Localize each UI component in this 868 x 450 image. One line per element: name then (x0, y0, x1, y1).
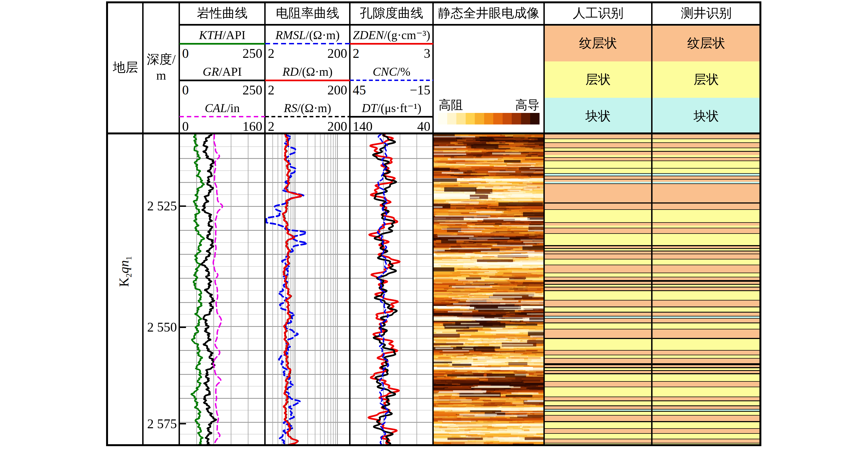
legend-label-massive-manual: 块状 (544, 98, 652, 134)
stripe-band (652, 439, 761, 443)
legend-label-layered-manual: 层状 (544, 61, 652, 98)
curve-unit: /API (223, 28, 246, 42)
stripe-band (652, 434, 761, 439)
image-colorbar-left-label: 高阻 (439, 97, 463, 113)
stripe-band (544, 313, 652, 316)
stripe-band (544, 307, 652, 312)
stripe-band (652, 429, 761, 433)
track-title-resistivity: 电阻率曲线 (265, 2, 350, 24)
legend-label-laminated-log: 纹层状 (652, 25, 761, 61)
curve-unit: /(Ω·m) (299, 65, 333, 78)
curve-name: CAL (205, 101, 227, 115)
stripe-band (652, 339, 761, 350)
curve-scale-max-RMSL: 200 (265, 46, 347, 61)
formation-column-header: 地层 (108, 2, 143, 133)
stripe-band (544, 168, 652, 173)
stripe-band (544, 176, 652, 179)
curve-unit: /(μs·ft⁻¹) (377, 101, 421, 115)
depth-label-2550: 2 550 (122, 319, 177, 335)
curve-scale-max-GR: 250 (179, 82, 262, 97)
curve-name: RMSL (275, 28, 306, 42)
curve-label-GR: GR/API (179, 64, 265, 80)
stripe-band (544, 134, 652, 138)
stripe-band (544, 401, 652, 406)
track-grid-canvas-0 (179, 134, 265, 446)
curve-unit: /in (227, 101, 240, 115)
curve-scale-max-DT: 40 (350, 119, 430, 134)
stripe-band (544, 319, 652, 323)
legend-label-massive-log: 块状 (652, 98, 761, 134)
stripe-band (652, 387, 761, 396)
stripe-band (652, 254, 761, 259)
depth-tick-2525 (180, 205, 186, 207)
stripe-band (544, 259, 652, 265)
stripe-column-log (652, 134, 761, 446)
curve-name: RS (284, 101, 297, 115)
stripe-band (544, 359, 652, 363)
table-border-bottom (106, 444, 762, 446)
stripe-band (544, 323, 652, 329)
depth-column-label: 深度/ m (147, 52, 176, 84)
stripe-band (544, 234, 652, 245)
stripe-band (544, 277, 652, 280)
stripe-band (544, 152, 652, 155)
track-title-manual-id: 人工识别 (544, 2, 652, 24)
stripe-band (544, 291, 652, 300)
stripe-band (544, 203, 652, 210)
stripe-band (544, 355, 652, 358)
curve-scale-max-KTH: 250 (179, 46, 262, 61)
stripe-band (652, 406, 761, 409)
curve-name: DT (362, 101, 377, 115)
curve-name: CNC (373, 65, 397, 78)
stripe-band (652, 139, 761, 143)
stripe-band (544, 300, 652, 307)
curve-label-ZDEN: ZDEN/(g·cm⁻³) (350, 27, 433, 43)
stripe-band (544, 429, 652, 433)
stripe-band (544, 439, 652, 443)
curve-unit: /API (219, 65, 242, 78)
stripe-band (544, 374, 652, 381)
stripe-band (544, 210, 652, 222)
stripe-band (544, 254, 652, 259)
stripe-band (652, 300, 761, 307)
track-title-log-id: 测井识别 (652, 2, 761, 24)
curve-unit: /% (397, 65, 410, 78)
stripe-band (652, 313, 761, 316)
stripe-band (652, 329, 761, 338)
stripe-band (544, 329, 652, 338)
curve-label-RD: RD/(Ω·m) (265, 64, 350, 80)
curve-label-CNC: CNC/% (350, 64, 433, 80)
stripe-band (652, 265, 761, 272)
stripe-band (652, 355, 761, 358)
stripe-band (652, 158, 761, 161)
curve-scale-max-CNC: −15 (350, 82, 430, 97)
curve-unit: /(Ω·m) (297, 101, 331, 115)
track-grid-canvas-2 (350, 134, 433, 446)
table-border-left (106, 1, 108, 446)
stripe-band (652, 288, 761, 291)
stripe-band (652, 168, 761, 173)
stripe-band (652, 277, 761, 280)
stripe-band (652, 210, 761, 222)
curve-name: ZDEN (353, 28, 384, 42)
stripe-band (652, 184, 761, 203)
curve-name: RD (282, 65, 299, 78)
track-grid-canvas-1 (265, 134, 350, 446)
formation-column-label: 地层 (113, 59, 138, 76)
stripe-band (652, 422, 761, 428)
stripe-band (652, 148, 761, 151)
stripe-band (544, 288, 652, 291)
stripe-band (652, 397, 761, 401)
stripe-band (544, 387, 652, 396)
stripe-band (652, 134, 761, 138)
fmi-image-canvas (433, 134, 544, 446)
curve-scale-max-CAL: 160 (179, 119, 262, 134)
stripe-band (652, 416, 761, 421)
curve-label-CAL: CAL/in (179, 100, 265, 117)
curve-name: KTH (199, 28, 223, 42)
stripe-band (652, 152, 761, 155)
depth-tick-2575 (180, 423, 186, 424)
stripe-band (544, 143, 652, 148)
legend-label-layered-log: 层状 (652, 61, 761, 98)
stripe-band (544, 158, 652, 161)
